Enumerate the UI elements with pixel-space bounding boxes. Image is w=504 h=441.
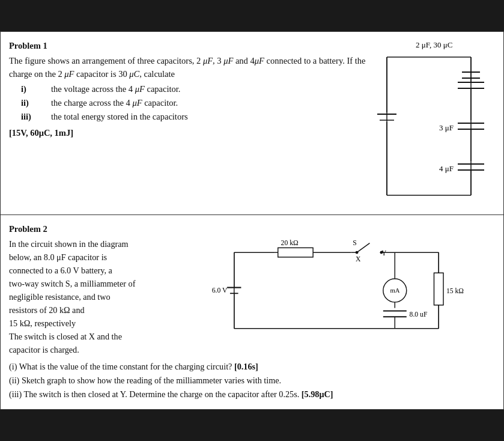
circuit-diagram-svg: 6.0 V 20 kΩ S <box>207 235 466 343</box>
ma-label: mA <box>390 287 399 294</box>
svg-line-32 <box>357 243 369 253</box>
problem2-diagram: 6.0 V 20 kΩ S <box>177 222 495 356</box>
problem1-diagram: 2 μF, 30 μC <box>375 39 495 207</box>
cap-label: 8.0 uF <box>409 311 427 319</box>
problem1-item-i: i) the voltage across the 4 μF capacitor… <box>21 82 369 96</box>
cap-top-label: 2 μF, 30 μC <box>416 40 452 49</box>
question-ii: (ii) Sketch graph to show how the readin… <box>9 374 495 388</box>
problem1-answers: [15V, 60μC, 1mJ] <box>9 126 369 139</box>
item-ii-label: ii) <box>21 96 39 109</box>
problem1-section: Problem 1 The figure shows an arrangemen… <box>0 31 504 215</box>
item-ii-text: the charge across the 4 μF capacitor. <box>51 96 178 109</box>
problem2-text: Problem 2 In the circuit shown in the di… <box>9 222 171 356</box>
r1-label: 20 kΩ <box>281 239 298 247</box>
battery-label: 6.0 V <box>211 287 227 295</box>
question-iii: (iii) The switch is then closed at Y. De… <box>9 388 495 401</box>
problem1-list: i) the voltage across the 4 μF capacitor… <box>21 82 369 124</box>
problem1-item-iii: iii) the total energy stored in the capa… <box>21 110 369 123</box>
problem2-line7: 15 kΩ, respectively <box>9 317 171 330</box>
problem2-line9: capacitor is charged. <box>9 343 171 356</box>
r2-label: 15 kΩ <box>446 288 463 296</box>
problem2-section: Problem 2 In the circuit shown in the di… <box>0 215 504 410</box>
cap-mid-label: 3 μF <box>439 123 454 132</box>
item-i-text: the voltage across the 4 μF capacitor. <box>51 82 180 96</box>
item-i-label: i) <box>21 82 39 96</box>
capacitor-diagram-svg: 2 μF, 30 μC <box>369 39 489 207</box>
switch-s-label: S <box>353 239 356 247</box>
x-label: X <box>356 255 361 263</box>
problem2-content: Problem 2 In the circuit shown in the di… <box>9 222 495 356</box>
problem1-text: Problem 1 The figure shows an arrangemen… <box>9 39 369 207</box>
problem2-questions: (i) What is the value of the time consta… <box>9 360 495 402</box>
r2-box <box>434 273 443 306</box>
problem2-line2: below, an 8.0 μF capacitor is <box>9 251 171 264</box>
item-iii-text: the total energy stored in the capacitor… <box>51 110 188 123</box>
problem2-line4: two-way switch S, a milliammeter of <box>9 277 171 290</box>
r1-box <box>278 248 312 258</box>
question-i: (i) What is the value of the time consta… <box>9 360 495 374</box>
problem2-line3: connected to a 6.0 V battery, a <box>9 264 171 277</box>
problem1-intro: The figure shows an arrangement of three… <box>9 54 369 81</box>
page: Problem 1 The figure shows an arrangemen… <box>0 31 504 410</box>
problem1-title: Problem 1 <box>9 39 369 52</box>
item-iii-label: iii) <box>21 110 39 123</box>
problem2-line6: resistors of 20 kΩ and <box>9 303 171 317</box>
problem2-line1: In the circuit shown in the diagram <box>9 237 171 251</box>
problem2-line5: negligible resistance, and two <box>9 290 171 303</box>
problem2-line8: The switch is closed at X and the <box>9 330 171 343</box>
problem1-item-ii: ii) the charge across the 4 μF capacitor… <box>21 96 369 109</box>
cap-bot-label: 4 μF <box>439 164 454 173</box>
problem2-title: Problem 2 <box>9 222 171 236</box>
